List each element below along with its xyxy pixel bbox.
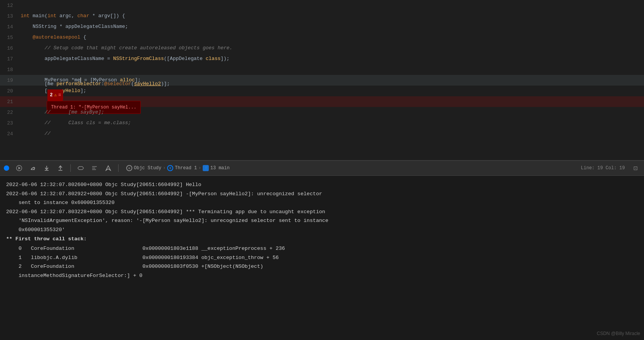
console-line-1: 2022-06-06 12:32:07.802600+0800 Objc Stu…: [0, 180, 644, 189]
watermark: CSDN @Billy Miracle: [597, 331, 640, 336]
code-line-12: 12: [0, 0, 644, 11]
code-line-15: 15 @autoreleasepool {: [0, 32, 644, 43]
stop-button[interactable]: [4, 165, 9, 171]
warning-icon: ⚠: [54, 90, 57, 100]
console-line-6: 0x600001355320': [0, 225, 644, 235]
console-line-2: 2022-06-06 12:32:07.802922+0800 Objc Stu…: [0, 189, 644, 199]
frame-name[interactable]: 13 main: [210, 165, 229, 171]
console-line-10: 1 libobjc.A.dylib 0x0000000180193384 obj…: [0, 253, 644, 262]
console-line-4: 2022-06-06 12:32:07.803228+0800 Objc Stu…: [0, 207, 644, 217]
code-line-18: 18: [0, 64, 644, 75]
thread-icon: ⏸: [167, 165, 173, 171]
split-view-button[interactable]: ⊡: [631, 164, 640, 173]
console-output: 2022-06-06 12:32:07.802600+0800 Objc Stu…: [0, 176, 644, 340]
error-equals: ≡: [58, 90, 61, 100]
variable-button[interactable]: [89, 164, 100, 173]
code-line-14: 14 NSString * appDelegateClassName;: [0, 21, 644, 32]
console-line-3: sent to instance 0x600001355320: [0, 198, 644, 207]
step-over-button[interactable]: [28, 164, 38, 173]
code-line-16: 16 // Setup code that might create autor…: [0, 43, 644, 53]
breadcrumb: ⊕ Objc Study › ⏸ Thread 1 › 👤 13 main: [126, 165, 229, 171]
location-button[interactable]: [103, 164, 114, 173]
divider-2: [118, 164, 119, 172]
code-line-24: 24 //: [0, 128, 644, 139]
code-line-23: 23 // Class cls = me.class;: [0, 118, 644, 128]
breakpoint-button[interactable]: [75, 164, 86, 173]
code-line-21: 21 [me performSelector:@selector(sayHell…: [0, 96, 644, 107]
person-icon: 👤: [203, 165, 209, 171]
step-into-button[interactable]: [41, 164, 52, 173]
error-badge: 2 ⚠ ≡: [47, 89, 63, 101]
continue-button[interactable]: [14, 164, 24, 173]
step-out-button[interactable]: [55, 164, 66, 173]
console-line-7: ** First throw call stack:: [0, 235, 644, 244]
svg-marker-1: [18, 167, 21, 170]
console-line-9: 0 CoreFoundation 0x00000001803e1188 __ex…: [0, 244, 644, 253]
code-editor[interactable]: 12 13 int main(int argc, char * argv[]) …: [0, 0, 644, 160]
error-count: 2: [50, 90, 52, 100]
line-col-info: Line: 19 Col: 19: [581, 165, 625, 171]
debug-toolbar: ⊕ Objc Study › ⏸ Thread 1 › 👤 13 main Li…: [0, 160, 644, 176]
console-line-5: 'NSInvalidArgumentException', reason: '-…: [0, 216, 644, 225]
console-line-12: instanceMethodSignatureForSelector:] + 0: [0, 271, 644, 280]
code-line-17: 17 appDelegateClassName = NSStringFromCl…: [0, 53, 644, 64]
divider-1: [70, 164, 71, 172]
project-name[interactable]: Objc Study: [134, 165, 161, 171]
console-line-11: 2 CoreFoundation 0x00000001803f0530 +[NS…: [0, 262, 644, 271]
code-lines: 12 13 int main(int argc, char * argv[]) …: [0, 0, 644, 139]
svg-marker-10: [106, 166, 111, 170]
globe-icon: ⊕: [126, 165, 132, 171]
code-line-22: 22 // [me sayBye];: [0, 107, 644, 118]
thread-name[interactable]: Thread 1: [175, 165, 197, 171]
code-line-13: 13 int main(int argc, char * argv[]) {: [0, 11, 644, 21]
